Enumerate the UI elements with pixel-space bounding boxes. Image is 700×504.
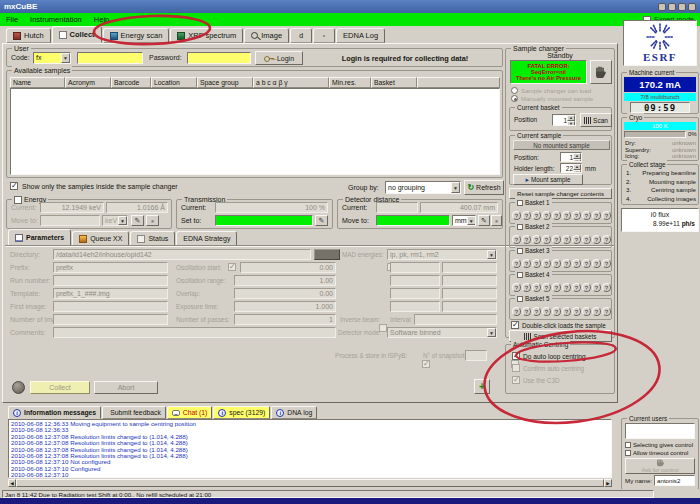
- sample-slot-button[interactable]: ?: [582, 283, 591, 292]
- snapshots-input[interactable]: [465, 350, 487, 361]
- sample-slot-button[interactable]: ?: [522, 235, 531, 244]
- confirm-centring-checkbox[interactable]: [512, 364, 520, 372]
- sample-slot-button[interactable]: ?: [552, 259, 561, 268]
- collect-button[interactable]: Collect: [30, 381, 90, 394]
- sample-slot-button[interactable]: ?: [592, 307, 601, 316]
- param-tab-edna-strategy[interactable]: EDNA Strategy: [176, 231, 237, 246]
- sample-slot-button[interactable]: ?: [522, 259, 531, 268]
- chevron-down-icon[interactable]: ▼: [487, 250, 496, 259]
- sample-slot-button[interactable]: ?: [532, 307, 541, 316]
- energy-edit-button[interactable]: ✎: [131, 215, 144, 226]
- column-header-min-res[interactable]: Min.res.: [329, 77, 371, 88]
- mad-row-input-2[interactable]: [442, 262, 497, 273]
- sample-slot-button[interactable]: ?: [532, 283, 541, 292]
- auto-loop-centring-checkbox[interactable]: [512, 352, 520, 360]
- spinner-arrows[interactable]: ▲▼: [573, 153, 581, 161]
- mad-row-input-2[interactable]: [442, 288, 497, 299]
- sample-slot-button[interactable]: ?: [542, 283, 551, 292]
- sample-slot-button[interactable]: ?: [592, 259, 601, 268]
- column-header-a-b-c[interactable]: a b c α β γ: [253, 77, 329, 88]
- scrollbar-thumb[interactable]: [16, 479, 604, 487]
- param-left-input[interactable]: prefix_1_###.img: [53, 288, 168, 299]
- basket-position-spinbox[interactable]: 1 ▲▼: [552, 114, 576, 126]
- mad-row-input-2[interactable]: [442, 301, 497, 312]
- basket-checkbox[interactable]: [517, 296, 523, 302]
- c3d-checkbox[interactable]: [512, 376, 520, 384]
- browse-button[interactable]: [314, 249, 340, 260]
- param-left-input[interactable]: [53, 301, 168, 312]
- add-button[interactable]: +: [474, 379, 490, 394]
- param-mid-input[interactable]: 0.00: [234, 288, 336, 299]
- mad-row-input-1[interactable]: [390, 262, 440, 273]
- sample-slot-button[interactable]: ?: [572, 235, 581, 244]
- energy-unit-combobox[interactable]: keV ▼: [102, 215, 128, 226]
- spinner-arrows[interactable]: ▲▼: [573, 164, 581, 172]
- refresh-button[interactable]: ↻ Refresh: [464, 180, 504, 195]
- sample-slot-button[interactable]: ?: [542, 211, 551, 220]
- sample-slot-button[interactable]: ?: [532, 211, 541, 220]
- sample-slot-button[interactable]: ?: [562, 211, 571, 220]
- param-left-input[interactable]: [53, 275, 168, 286]
- password-input[interactable]: [187, 52, 251, 64]
- tab-image[interactable]: Image: [244, 28, 289, 43]
- basket-checkbox[interactable]: [517, 224, 523, 230]
- sample-slot-button[interactable]: ?: [562, 235, 571, 244]
- sample-slot-button[interactable]: ?: [562, 259, 571, 268]
- sample-slot-button[interactable]: ?: [582, 259, 591, 268]
- param-tab-queue-xx[interactable]: Queue XX: [72, 231, 129, 246]
- ispyb-checkbox[interactable]: [422, 360, 430, 368]
- sample-slot-button[interactable]: ?: [512, 259, 521, 268]
- tab-camera-icon[interactable]: d: [290, 28, 312, 43]
- log-tab-information-messages[interactable]: iInformation messages: [8, 406, 101, 419]
- interval-input[interactable]: [414, 314, 497, 325]
- sample-slot-button[interactable]: ?: [572, 259, 581, 268]
- sample-slot-button[interactable]: ?: [592, 283, 601, 292]
- collect-status-led[interactable]: [12, 381, 25, 394]
- tab-collect[interactable]: Collect: [52, 26, 102, 43]
- param-left-input[interactable]: [53, 314, 168, 325]
- mad-energies-combobox[interactable]: ip, pk, rm1, rm2 ▼: [387, 249, 497, 260]
- detector-edit-button[interactable]: ✎: [478, 215, 490, 226]
- energy-move-input[interactable]: [40, 215, 100, 226]
- abort-hand-button[interactable]: [590, 60, 612, 84]
- column-header-name[interactable]: Name: [10, 77, 65, 88]
- sample-slot-button[interactable]: ?: [602, 283, 611, 292]
- sample-slot-button[interactable]: ?: [552, 283, 561, 292]
- sample-slot-button[interactable]: ?: [582, 307, 591, 316]
- sample-slot-button[interactable]: ?: [542, 235, 551, 244]
- mad-row-input-1[interactable]: [390, 275, 440, 286]
- sample-slot-button[interactable]: ?: [522, 283, 531, 292]
- basket-checkbox[interactable]: [517, 272, 523, 278]
- column-header-basket[interactable]: Basket: [371, 77, 417, 88]
- log-tab-submit-feedback[interactable]: Submit feedback: [102, 406, 166, 419]
- detector-unit-combobox[interactable]: mm ▼: [452, 215, 476, 226]
- param-mid-checkbox[interactable]: [228, 263, 236, 271]
- sample-slot-button[interactable]: ?: [572, 211, 581, 220]
- detector-move-input[interactable]: [376, 215, 450, 226]
- mount-sample-button[interactable]: ▸ Mount sample: [513, 174, 583, 185]
- column-header-barcode[interactable]: Barcode: [111, 77, 151, 88]
- mad-row-input-1[interactable]: [390, 288, 440, 299]
- login-button[interactable]: Login: [255, 51, 303, 65]
- detector-stop-button[interactable]: ●: [491, 215, 502, 226]
- param-mid-input[interactable]: 1.00: [234, 275, 336, 286]
- horizontal-scrollbar[interactable]: ◀ ▶: [8, 479, 612, 487]
- scroll-right-button[interactable]: ▶: [604, 479, 612, 487]
- chevron-down-icon[interactable]: ▼: [467, 216, 476, 225]
- sample-slot-button[interactable]: ?: [512, 307, 521, 316]
- holder-length-spinbox[interactable]: 22 ▲▼: [560, 163, 582, 173]
- transmission-set-input[interactable]: [215, 215, 313, 226]
- window-close-button[interactable]: [688, 3, 696, 11]
- window-minimize-button[interactable]: [668, 3, 676, 11]
- column-header-location[interactable]: Location: [151, 77, 197, 88]
- sample-slot-button[interactable]: ?: [512, 283, 521, 292]
- menu-item-file[interactable]: File: [6, 15, 18, 24]
- sample-slot-button[interactable]: ?: [582, 235, 591, 244]
- timeout-control-checkbox[interactable]: [625, 450, 631, 456]
- sample-slot-button[interactable]: ?: [602, 307, 611, 316]
- log-tab-dna-log[interactable]: iDNA log: [271, 406, 317, 419]
- sample-slot-button[interactable]: ?: [522, 307, 531, 316]
- sample-slot-button[interactable]: ?: [602, 211, 611, 220]
- sample-slot-button[interactable]: ?: [602, 235, 611, 244]
- sample-slot-button[interactable]: ?: [532, 235, 541, 244]
